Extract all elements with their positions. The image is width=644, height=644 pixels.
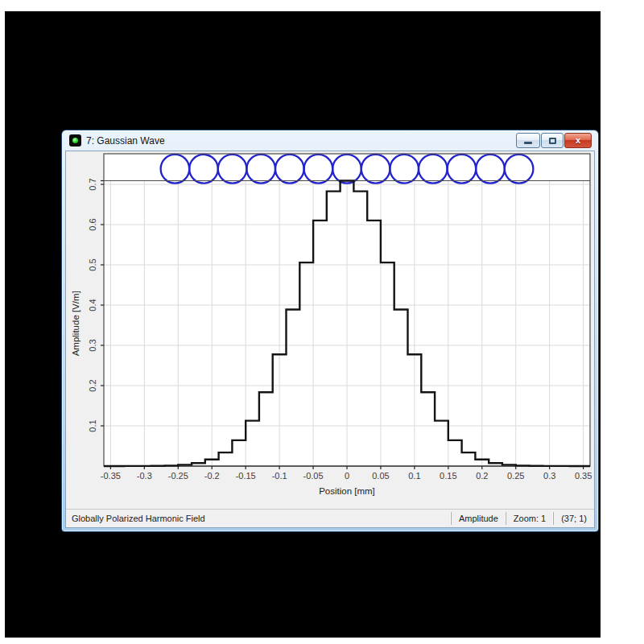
maximize-button[interactable] — [541, 133, 564, 148]
x-tick-label: 0.2 — [476, 471, 488, 481]
y-tick-label: 0.6 — [88, 218, 97, 230]
x-tick-label: -0.35 — [101, 471, 121, 481]
status-view-mode[interactable]: Amplitude — [451, 512, 506, 525]
y-tick-label: 0.4 — [88, 299, 97, 311]
x-tick-label: 0.25 — [507, 471, 524, 481]
app-window: 7: Gaussian Wave x -0.35-0.3-0.25-0.2-0.… — [61, 130, 599, 532]
status-field-type: Globally Polarized Harmonic Field — [66, 514, 451, 523]
x-tick-label: 0.1 — [408, 471, 420, 481]
document-status-icon — [69, 134, 81, 147]
x-tick-label: -0.3 — [137, 471, 152, 481]
titlebar[interactable]: 7: Gaussian Wave x — [62, 130, 598, 151]
status-bar: Globally Polarized Harmonic Field Amplit… — [66, 509, 594, 527]
x-tick-label: 0.05 — [372, 471, 389, 481]
close-icon: x — [576, 136, 580, 145]
window-title: 7: Gaussian Wave — [86, 135, 165, 147]
x-tick-label: 0 — [345, 471, 349, 481]
green-led-icon — [72, 138, 78, 143]
y-tick-label: 0.1 — [88, 419, 97, 431]
y-axis-label: Amplitude [V/m] — [71, 291, 80, 356]
x-tick-label: -0.25 — [168, 471, 188, 481]
status-dimensions: (37; 1) — [553, 512, 594, 525]
y-tick-label: 0.3 — [88, 339, 97, 351]
y-tick-label: 0.2 — [88, 379, 97, 391]
maximize-icon — [549, 138, 556, 144]
x-tick-label: -0.05 — [303, 471, 324, 481]
x-tick-label: 0.3 — [543, 471, 555, 481]
minimize-button[interactable] — [516, 133, 540, 148]
x-tick-label: -0.15 — [236, 471, 256, 481]
gaussian-wave-chart[interactable]: -0.35-0.3-0.25-0.2-0.15-0.1-0.0500.050.1… — [66, 151, 594, 510]
y-tick-label: 0.7 — [88, 178, 97, 190]
window-content: -0.35-0.3-0.25-0.2-0.15-0.1-0.0500.050.1… — [65, 151, 595, 528]
minimize-icon — [524, 142, 532, 144]
y-tick-label: 0.5 — [88, 258, 97, 270]
status-zoom-level[interactable]: Zoom: 1 — [506, 512, 553, 525]
x-axis-label: Position [mm] — [319, 486, 375, 496]
x-tick-label: 0.15 — [440, 471, 456, 481]
close-button[interactable]: x — [564, 133, 592, 148]
window-controls: x — [515, 133, 592, 148]
x-tick-label: -0.2 — [204, 471, 220, 481]
x-tick-label: 0.35 — [575, 471, 592, 481]
x-tick-label: -0.1 — [272, 471, 287, 481]
